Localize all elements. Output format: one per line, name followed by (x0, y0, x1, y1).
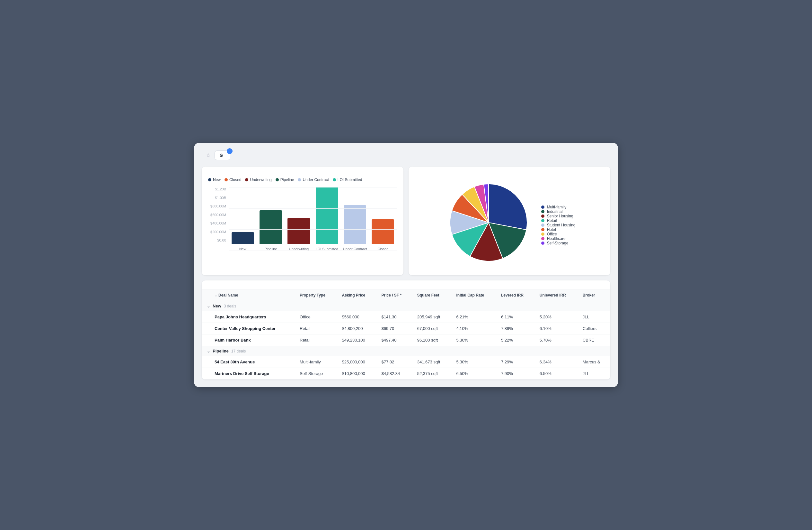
pie-chart-section: Multi-familyIndustrialSenior HousingReta… (415, 178, 604, 269)
y-axis-label: $400.00M (211, 221, 226, 225)
th-col-7[interactable]: Unlevered IRR (535, 290, 578, 301)
pipeline-table: ⌄ Deal NameProperty TypeAsking PricePric… (202, 290, 610, 379)
grid-line (229, 208, 397, 209)
td-col-1: Multi-family (294, 356, 337, 368)
th-col-5[interactable]: Initial Cap Rate (451, 290, 496, 301)
deal-name: Mariners Drive Self Storage (215, 371, 269, 376)
th-col-1[interactable]: Property Type (294, 290, 337, 301)
th-col-2[interactable]: Asking Price (337, 290, 376, 301)
bar-chart-container: $1.20B$1.00B$800.00M$600.00M$400.00M$200… (209, 187, 397, 251)
y-axis-label: $600.00M (211, 213, 226, 217)
grid-line (229, 187, 397, 187)
group-name: New (213, 304, 221, 308)
bar-group: Underwriting (286, 218, 311, 251)
table-section-title (202, 280, 610, 290)
th-col-3[interactable]: Price / SF * (376, 290, 412, 301)
table-row[interactable]: Mariners Drive Self StorageSelf-Storage$… (202, 368, 610, 379)
deal-name: Center Valley Shopping Center (215, 326, 276, 331)
deal-count: 17 deals (231, 349, 246, 353)
td-col-3: $141.30 (376, 311, 412, 323)
bar-chart-area: NewPipelineUnderwritingLOI SubmittedUnde… (229, 187, 397, 251)
td-col-3: $69.70 (376, 323, 412, 334)
pie-legend-item: Self-Storage (541, 241, 576, 246)
expand-icon[interactable]: ⌄ (207, 304, 210, 308)
legend-item: New (208, 178, 221, 182)
table-row[interactable]: Palm Harbor BankRetail$49,230,100$497.40… (202, 334, 610, 346)
th-col-4[interactable]: Square Feet (412, 290, 451, 301)
td-col-6: 7.29% (496, 356, 535, 368)
y-axis: $1.20B$1.00B$800.00M$600.00M$400.00M$200… (209, 187, 229, 251)
group-row[interactable]: ⌄Pipeline17 deals (202, 346, 610, 356)
expand-icon[interactable]: ⌄ (207, 349, 210, 353)
td-col-2: $4,800,200 (337, 323, 376, 334)
bar-x-label: Under Contract (343, 247, 367, 251)
td-col-0: 54 East 39th Avenue (202, 356, 294, 368)
filter-button[interactable]: ⚙ (215, 151, 230, 160)
td-col-7: 5.20% (535, 311, 578, 323)
bar-x-label: Pipeline (264, 247, 277, 251)
table-row[interactable]: Papa Johns HeadquartersOffice$560,000$14… (202, 311, 610, 323)
td-col-4: 341,673 sqft (412, 356, 451, 368)
filter-icon: ⚙ (219, 153, 223, 158)
td-col-8: Colliers (578, 323, 610, 334)
td-col-2: $25,000,000 (337, 356, 376, 368)
bar-chart-card: NewClosedUnderwritingPipelineUnder Contr… (202, 167, 403, 275)
pipeline-table-card: ⌄ Deal NameProperty TypeAsking PricePric… (202, 280, 610, 379)
td-col-5: 6.50% (451, 368, 496, 379)
pie-legend-item: Retail (541, 218, 576, 223)
td-col-5: 5.30% (451, 334, 496, 346)
charts-row: NewClosedUnderwritingPipelineUnder Contr… (202, 167, 610, 275)
td-col-0: Palm Harbor Bank (202, 334, 294, 346)
td-col-1: Retail (294, 323, 337, 334)
deal-name: 54 East 39th Avenue (215, 360, 255, 364)
td-col-7: 6.10% (535, 323, 578, 334)
table-body: ⌄New3 dealsPapa Johns HeadquartersOffice… (202, 301, 610, 379)
star-icon[interactable]: ☆ (206, 152, 211, 159)
td-col-3: $77.82 (376, 356, 412, 368)
bar-x-label: Underwriting (289, 247, 309, 251)
table-row[interactable]: Center Valley Shopping CenterRetail$4,80… (202, 323, 610, 334)
td-col-1: Self-Storage (294, 368, 337, 379)
main-container: ☆ ⚙ NewClosedUnderwritingPipelineUnder C… (194, 143, 618, 387)
table-header-row: ⌄ Deal NameProperty TypeAsking PricePric… (202, 290, 610, 301)
td-col-1: Office (294, 311, 337, 323)
legend-item: Pipeline (276, 178, 294, 182)
pie-legend-item: Multi-family (541, 205, 576, 209)
td-col-1: Retail (294, 334, 337, 346)
group-row[interactable]: ⌄New3 deals (202, 301, 610, 311)
td-col-2: $49,230,100 (337, 334, 376, 346)
td-col-0: Papa Johns Headquarters (202, 311, 294, 323)
table-row[interactable]: 54 East 39th AvenueMulti-family$25,000,0… (202, 356, 610, 368)
bar[interactable] (260, 210, 282, 244)
th-deal-name[interactable]: ⌄ Deal Name (202, 290, 294, 301)
td-col-8: CBRE (578, 334, 610, 346)
bar-x-label: LOI Submitted (316, 247, 338, 251)
th-col-6[interactable]: Levered IRR (496, 290, 535, 301)
td-col-2: $560,000 (337, 311, 376, 323)
bar[interactable] (316, 187, 338, 244)
pie-legend-item: Senior Housing (541, 214, 576, 218)
deal-name: Papa Johns Headquarters (215, 315, 266, 319)
pie-legend-item: Student Housing (541, 223, 576, 227)
bar-chart-inner: $1.20B$1.00B$800.00M$600.00M$400.00M$200… (208, 187, 397, 252)
td-col-7: 6.34% (535, 356, 578, 368)
td-col-2: $10,800,000 (337, 368, 376, 379)
td-col-4: 67,000 sqft (412, 323, 451, 334)
bar[interactable] (344, 205, 366, 244)
pie-segment[interactable] (489, 184, 527, 229)
bar[interactable] (288, 218, 310, 244)
pie-chart-card: Multi-familyIndustrialSenior HousingReta… (409, 167, 610, 275)
legend-item: LOI Submitted (333, 178, 362, 182)
th-col-8[interactable]: Broker (578, 290, 610, 301)
bar[interactable] (232, 232, 254, 244)
bar-x-label: New (239, 247, 246, 251)
filter-count-badge (227, 148, 233, 154)
bar-x-label: Closed (377, 247, 388, 251)
bar-group: Closed (370, 219, 396, 251)
y-axis-label: $0.00 (217, 238, 226, 242)
bar-group: Pipeline (258, 210, 283, 251)
bar[interactable] (372, 219, 394, 244)
td-col-6: 6.11% (496, 311, 535, 323)
grid-line (229, 198, 397, 198)
deal-name: Palm Harbor Bank (215, 338, 251, 343)
